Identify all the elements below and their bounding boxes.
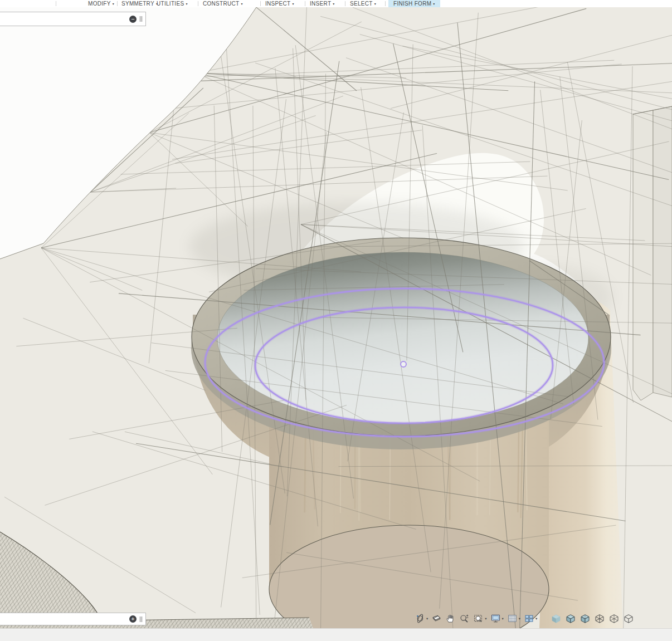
viewports-button[interactable]: ▾ (522, 611, 539, 625)
look-at-icon (431, 613, 442, 624)
chevron-down-icon: ▾ (333, 2, 334, 6)
shaded-hidden-edges-cube-icon (580, 614, 590, 624)
wireframe-cube-icon (624, 614, 634, 624)
menu-separator (198, 1, 198, 6)
menu-separator (56, 1, 56, 6)
menu-separator (385, 1, 386, 6)
display-mode-wireframe-edges-button[interactable] (607, 611, 621, 625)
viewports-dropdown-caret[interactable]: ▾ (535, 616, 537, 621)
menu-modify[interactable]: MODIFY▾ (88, 0, 114, 7)
display-mode-shaded-hidden-edges-button[interactable] (578, 611, 592, 625)
menu-inspect[interactable]: INSPECT▾ (265, 0, 294, 7)
collapse-panel-button[interactable]: − (129, 16, 137, 23)
menu-insert[interactable]: INSERT▾ (310, 0, 335, 7)
selected-center-vertex (401, 361, 406, 367)
grid-icon (507, 613, 518, 624)
status-bar (0, 628, 672, 641)
zoom-button[interactable] (457, 611, 471, 625)
chevron-down-icon: ▾ (113, 2, 114, 6)
orbit-dropdown-caret[interactable]: ▾ (426, 616, 428, 621)
chevron-down-icon: ▾ (241, 2, 242, 6)
wireframe-hidden-cube-icon (595, 614, 605, 624)
fit-button[interactable]: ▾ (471, 611, 488, 625)
viewport-canvas[interactable] (0, 7, 672, 628)
fit-icon (473, 613, 484, 624)
form-toolbar-menubar: MODIFY▾ SYMMETRY▾ UTILITIES▾ CONSTRUCT▾ … (0, 0, 672, 7)
menu-select[interactable]: SELECT▾ (350, 0, 376, 7)
display-settings-button[interactable]: ▾ (489, 611, 505, 625)
wireframe-edges-cube-icon (609, 614, 619, 624)
menu-construct[interactable]: CONSTRUCT▾ (203, 0, 243, 7)
menu-separator (305, 1, 305, 6)
chevron-down-icon: ▾ (433, 2, 435, 6)
menu-separator (260, 1, 261, 6)
orbit-icon (415, 613, 425, 624)
navigation-bar: ▾ ▾ ▾ (413, 611, 636, 625)
chevron-down-icon: ▾ (374, 2, 376, 6)
display-mode-shaded-button[interactable] (549, 611, 563, 625)
background-slab (633, 106, 672, 400)
pan-button[interactable] (444, 611, 457, 625)
display-mode-wireframe-hidden-button[interactable] (592, 611, 607, 625)
menu-symmetry[interactable]: SYMMETRY▾ (121, 0, 158, 7)
look-at-button[interactable] (430, 611, 444, 625)
panel-resize-grip[interactable] (140, 616, 142, 622)
shaded-edges-cube-icon (566, 614, 576, 624)
display-settings-dropdown-caret[interactable]: ▾ (502, 616, 504, 621)
orbit-button[interactable]: ▾ (413, 611, 430, 625)
chevron-down-icon: ▾ (292, 2, 294, 6)
expand-panel-button[interactable]: + (129, 615, 137, 623)
menu-finish-form[interactable]: FINISH FORM▾ (388, 0, 440, 7)
grid-and-snaps-button[interactable]: ▾ (505, 611, 522, 625)
fit-dropdown-caret[interactable]: ▾ (485, 616, 486, 621)
zoom-icon (459, 613, 470, 624)
panel-resize-grip[interactable] (140, 16, 142, 22)
pan-hand-icon (445, 613, 456, 624)
chevron-down-icon: ▾ (186, 2, 187, 6)
viewports-icon (524, 613, 534, 624)
display-mode-shaded-edges-button[interactable] (563, 611, 578, 625)
shaded-cube-icon (551, 614, 561, 624)
collapsed-timeline-panel[interactable]: + (0, 613, 146, 625)
menu-separator (117, 1, 118, 6)
grid-dropdown-caret[interactable]: ▾ (519, 616, 520, 621)
menu-separator (345, 1, 345, 6)
display-settings-icon (490, 613, 501, 624)
display-mode-wireframe-button[interactable] (621, 611, 636, 625)
menu-separator (152, 1, 152, 6)
collapsed-browser-panel[interactable]: − (0, 12, 146, 26)
menu-utilities[interactable]: UTILITIES▾ (157, 0, 188, 7)
